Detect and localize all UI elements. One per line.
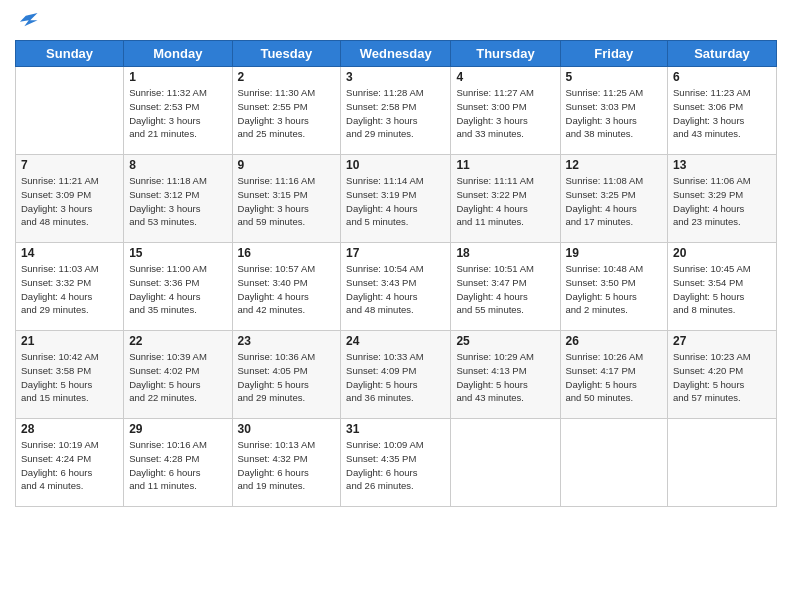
day-number: 31 <box>346 422 445 436</box>
day-info: Sunrise: 10:23 AM Sunset: 4:20 PM Daylig… <box>673 350 771 405</box>
calendar-table: SundayMondayTuesdayWednesdayThursdayFrid… <box>15 40 777 507</box>
day-number: 23 <box>238 334 336 348</box>
calendar-cell: 24Sunrise: 10:33 AM Sunset: 4:09 PM Dayl… <box>341 331 451 419</box>
day-number: 25 <box>456 334 554 348</box>
day-number: 5 <box>566 70 663 84</box>
day-info: Sunrise: 10:19 AM Sunset: 4:24 PM Daylig… <box>21 438 118 493</box>
calendar-cell <box>16 67 124 155</box>
day-info: Sunrise: 11:16 AM Sunset: 3:15 PM Daylig… <box>238 174 336 229</box>
day-number: 22 <box>129 334 226 348</box>
day-number: 27 <box>673 334 771 348</box>
day-number: 10 <box>346 158 445 172</box>
day-number: 29 <box>129 422 226 436</box>
calendar-week-row: 28Sunrise: 10:19 AM Sunset: 4:24 PM Dayl… <box>16 419 777 507</box>
calendar-cell: 1Sunrise: 11:32 AM Sunset: 2:53 PM Dayli… <box>124 67 232 155</box>
day-info: Sunrise: 11:11 AM Sunset: 3:22 PM Daylig… <box>456 174 554 229</box>
weekday-header-cell: Friday <box>560 41 668 67</box>
day-info: Sunrise: 10:33 AM Sunset: 4:09 PM Daylig… <box>346 350 445 405</box>
calendar-cell: 4Sunrise: 11:27 AM Sunset: 3:00 PM Dayli… <box>451 67 560 155</box>
day-number: 21 <box>21 334 118 348</box>
calendar-page: SundayMondayTuesdayWednesdayThursdayFrid… <box>0 0 792 612</box>
day-number: 28 <box>21 422 118 436</box>
calendar-cell: 25Sunrise: 10:29 AM Sunset: 4:13 PM Dayl… <box>451 331 560 419</box>
day-info: Sunrise: 10:29 AM Sunset: 4:13 PM Daylig… <box>456 350 554 405</box>
day-number: 15 <box>129 246 226 260</box>
calendar-cell: 20Sunrise: 10:45 AM Sunset: 3:54 PM Dayl… <box>668 243 777 331</box>
calendar-cell: 29Sunrise: 10:16 AM Sunset: 4:28 PM Dayl… <box>124 419 232 507</box>
calendar-cell: 15Sunrise: 11:00 AM Sunset: 3:36 PM Dayl… <box>124 243 232 331</box>
day-number: 17 <box>346 246 445 260</box>
calendar-week-row: 14Sunrise: 11:03 AM Sunset: 3:32 PM Dayl… <box>16 243 777 331</box>
calendar-cell: 12Sunrise: 11:08 AM Sunset: 3:25 PM Dayl… <box>560 155 668 243</box>
day-number: 16 <box>238 246 336 260</box>
day-info: Sunrise: 10:26 AM Sunset: 4:17 PM Daylig… <box>566 350 663 405</box>
calendar-week-row: 21Sunrise: 10:42 AM Sunset: 3:58 PM Dayl… <box>16 331 777 419</box>
day-number: 30 <box>238 422 336 436</box>
day-info: Sunrise: 11:30 AM Sunset: 2:55 PM Daylig… <box>238 86 336 141</box>
calendar-week-row: 7Sunrise: 11:21 AM Sunset: 3:09 PM Dayli… <box>16 155 777 243</box>
day-number: 9 <box>238 158 336 172</box>
weekday-header-cell: Tuesday <box>232 41 341 67</box>
logo-bird-icon <box>17 10 39 32</box>
day-info: Sunrise: 11:25 AM Sunset: 3:03 PM Daylig… <box>566 86 663 141</box>
calendar-cell: 6Sunrise: 11:23 AM Sunset: 3:06 PM Dayli… <box>668 67 777 155</box>
day-number: 13 <box>673 158 771 172</box>
weekday-header-cell: Monday <box>124 41 232 67</box>
day-info: Sunrise: 11:21 AM Sunset: 3:09 PM Daylig… <box>21 174 118 229</box>
day-info: Sunrise: 10:48 AM Sunset: 3:50 PM Daylig… <box>566 262 663 317</box>
calendar-cell: 7Sunrise: 11:21 AM Sunset: 3:09 PM Dayli… <box>16 155 124 243</box>
day-info: Sunrise: 10:45 AM Sunset: 3:54 PM Daylig… <box>673 262 771 317</box>
calendar-cell: 28Sunrise: 10:19 AM Sunset: 4:24 PM Dayl… <box>16 419 124 507</box>
weekday-header-cell: Saturday <box>668 41 777 67</box>
day-info: Sunrise: 11:06 AM Sunset: 3:29 PM Daylig… <box>673 174 771 229</box>
day-info: Sunrise: 11:32 AM Sunset: 2:53 PM Daylig… <box>129 86 226 141</box>
calendar-cell <box>451 419 560 507</box>
calendar-cell: 27Sunrise: 10:23 AM Sunset: 4:20 PM Dayl… <box>668 331 777 419</box>
day-info: Sunrise: 10:39 AM Sunset: 4:02 PM Daylig… <box>129 350 226 405</box>
day-number: 2 <box>238 70 336 84</box>
day-info: Sunrise: 11:14 AM Sunset: 3:19 PM Daylig… <box>346 174 445 229</box>
day-number: 20 <box>673 246 771 260</box>
day-number: 6 <box>673 70 771 84</box>
day-info: Sunrise: 11:08 AM Sunset: 3:25 PM Daylig… <box>566 174 663 229</box>
day-info: Sunrise: 11:00 AM Sunset: 3:36 PM Daylig… <box>129 262 226 317</box>
logo <box>15 10 39 32</box>
day-number: 26 <box>566 334 663 348</box>
calendar-cell: 3Sunrise: 11:28 AM Sunset: 2:58 PM Dayli… <box>341 67 451 155</box>
calendar-cell: 10Sunrise: 11:14 AM Sunset: 3:19 PM Dayl… <box>341 155 451 243</box>
calendar-body: 1Sunrise: 11:32 AM Sunset: 2:53 PM Dayli… <box>16 67 777 507</box>
day-number: 8 <box>129 158 226 172</box>
day-info: Sunrise: 10:54 AM Sunset: 3:43 PM Daylig… <box>346 262 445 317</box>
calendar-cell: 11Sunrise: 11:11 AM Sunset: 3:22 PM Dayl… <box>451 155 560 243</box>
weekday-header-cell: Wednesday <box>341 41 451 67</box>
day-info: Sunrise: 10:51 AM Sunset: 3:47 PM Daylig… <box>456 262 554 317</box>
day-info: Sunrise: 11:23 AM Sunset: 3:06 PM Daylig… <box>673 86 771 141</box>
calendar-cell: 26Sunrise: 10:26 AM Sunset: 4:17 PM Dayl… <box>560 331 668 419</box>
calendar-cell: 13Sunrise: 11:06 AM Sunset: 3:29 PM Dayl… <box>668 155 777 243</box>
calendar-week-row: 1Sunrise: 11:32 AM Sunset: 2:53 PM Dayli… <box>16 67 777 155</box>
day-number: 24 <box>346 334 445 348</box>
day-info: Sunrise: 10:36 AM Sunset: 4:05 PM Daylig… <box>238 350 336 405</box>
day-number: 4 <box>456 70 554 84</box>
weekday-header-row: SundayMondayTuesdayWednesdayThursdayFrid… <box>16 41 777 67</box>
calendar-cell: 5Sunrise: 11:25 AM Sunset: 3:03 PM Dayli… <box>560 67 668 155</box>
day-number: 7 <box>21 158 118 172</box>
header <box>15 10 777 32</box>
day-number: 3 <box>346 70 445 84</box>
calendar-cell: 18Sunrise: 10:51 AM Sunset: 3:47 PM Dayl… <box>451 243 560 331</box>
day-number: 18 <box>456 246 554 260</box>
calendar-cell <box>560 419 668 507</box>
day-number: 14 <box>21 246 118 260</box>
calendar-cell: 21Sunrise: 10:42 AM Sunset: 3:58 PM Dayl… <box>16 331 124 419</box>
day-info: Sunrise: 10:13 AM Sunset: 4:32 PM Daylig… <box>238 438 336 493</box>
day-info: Sunrise: 11:03 AM Sunset: 3:32 PM Daylig… <box>21 262 118 317</box>
day-number: 11 <box>456 158 554 172</box>
calendar-cell: 2Sunrise: 11:30 AM Sunset: 2:55 PM Dayli… <box>232 67 341 155</box>
day-info: Sunrise: 11:28 AM Sunset: 2:58 PM Daylig… <box>346 86 445 141</box>
calendar-cell: 17Sunrise: 10:54 AM Sunset: 3:43 PM Dayl… <box>341 243 451 331</box>
calendar-cell: 8Sunrise: 11:18 AM Sunset: 3:12 PM Dayli… <box>124 155 232 243</box>
calendar-cell: 19Sunrise: 10:48 AM Sunset: 3:50 PM Dayl… <box>560 243 668 331</box>
weekday-header-cell: Sunday <box>16 41 124 67</box>
calendar-cell: 23Sunrise: 10:36 AM Sunset: 4:05 PM Dayl… <box>232 331 341 419</box>
calendar-cell: 16Sunrise: 10:57 AM Sunset: 3:40 PM Dayl… <box>232 243 341 331</box>
